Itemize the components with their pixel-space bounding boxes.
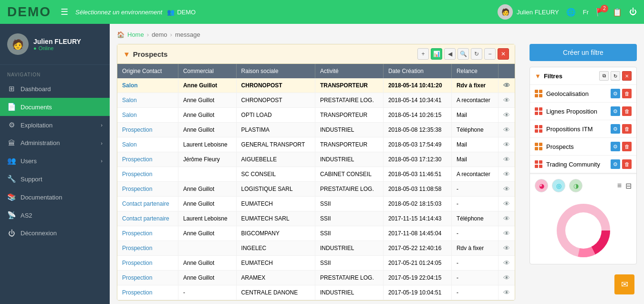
sidebar-item-administration[interactable]: 🏛 Administration › (0, 134, 110, 152)
table-cell-action[interactable]: 👁 (499, 211, 515, 226)
table-cell[interactable]: Prospection (117, 241, 178, 256)
eye-icon[interactable]: 👁 (503, 111, 510, 119)
power-icon[interactable]: ⏻ (629, 8, 637, 16)
eye-icon[interactable]: 👁 (503, 126, 510, 134)
chart-filter-icon[interactable]: ⊟ (625, 181, 632, 190)
prospect-link[interactable]: Prospection (122, 289, 152, 296)
table-cell[interactable]: Prospection (117, 226, 178, 241)
filter-gear-btn[interactable]: ⚙ (611, 106, 620, 116)
table-cell-action[interactable]: 👁 (499, 271, 515, 285)
table-cell[interactable]: Contact partenaire (117, 211, 178, 226)
prospect-link[interactable]: Salon (122, 82, 138, 89)
prospect-link[interactable]: Prospection (122, 260, 152, 266)
copy-filter-btn[interactable]: ⧉ (599, 71, 609, 81)
table-cell[interactable]: Salon (117, 78, 178, 93)
create-filter-button[interactable]: Créer un filtre (530, 44, 637, 61)
table-cell-action[interactable]: 👁 (499, 226, 515, 241)
prospect-link[interactable]: Salon (122, 141, 137, 148)
eye-icon[interactable]: 👁 (503, 259, 510, 267)
back-action-btn[interactable]: ◀ (444, 48, 456, 60)
table-cell[interactable]: Salon (117, 108, 178, 123)
eye-icon[interactable]: 👁 (503, 170, 510, 178)
table-cell-action[interactable]: 👁 (499, 78, 515, 93)
refresh-action-btn[interactable]: ↻ (471, 48, 482, 60)
table-cell-action[interactable]: 👁 (499, 256, 515, 271)
filter-delete-btn[interactable]: 🗑 (622, 106, 632, 116)
filter-item-lignes[interactable]: Lignes Proposition ⚙ 🗑 (530, 103, 636, 120)
chart-list-icon[interactable]: ≡ (617, 181, 622, 190)
sidebar-item-documentation[interactable]: 📚 Documentation (0, 188, 110, 206)
sidebar-item-as2[interactable]: 📡 AS2 (0, 206, 110, 224)
breadcrumb-home[interactable]: Home (127, 31, 144, 38)
prospect-link[interactable]: Salon (122, 97, 137, 104)
table-cell-action[interactable]: 👁 (499, 152, 515, 167)
sidebar-item-users[interactable]: 👥 Users › (0, 152, 110, 170)
filter-delete-btn[interactable]: 🗑 (622, 89, 632, 98)
globe-icon[interactable]: 🌐 (566, 8, 576, 17)
message-fab[interactable]: ✉ (614, 274, 634, 294)
close-filter-btn[interactable]: ✕ (622, 71, 632, 81)
table-cell[interactable]: Salon (117, 137, 178, 152)
flag-badge[interactable]: 🚩 2 (596, 8, 605, 17)
table-cell-action[interactable]: 👁 (499, 197, 515, 211)
eye-icon[interactable]: 👁 (503, 215, 510, 222)
chart-btn-pie[interactable]: ◕ (535, 179, 548, 192)
filter-item-prospects[interactable]: Prospects ⚙ 🗑 (530, 138, 636, 156)
filter-gear-btn[interactable]: ⚙ (611, 159, 620, 169)
filter-item-prop-itm[interactable]: Propositions ITM ⚙ 🗑 (530, 120, 636, 138)
table-cell-action[interactable]: 👁 (499, 182, 515, 197)
prospect-link[interactable]: Prospection (122, 230, 152, 237)
filter-item-geo[interactable]: Geolocalisation ⚙ 🗑 (530, 85, 636, 103)
filter-delete-btn[interactable]: 🗑 (622, 124, 632, 134)
eye-icon[interactable]: 👁 (503, 141, 510, 148)
table-cell[interactable]: Prospection (117, 167, 178, 182)
minus-action-btn[interactable]: − (484, 48, 496, 60)
table-cell[interactable]: Prospection (117, 152, 178, 167)
table-cell[interactable]: Salon (117, 93, 178, 108)
sidebar-item-exploitation[interactable]: ⚙ Exploitation › (0, 116, 110, 134)
prospect-link[interactable]: Salon (122, 112, 137, 118)
table-cell-action[interactable]: 👁 (499, 123, 515, 137)
table-cell[interactable]: Contact partenaire (117, 197, 178, 211)
prospect-link[interactable]: Prospection (122, 186, 152, 192)
filter-gear-btn[interactable]: ⚙ (611, 89, 620, 98)
export-action-btn[interactable]: 📊 (431, 48, 442, 60)
filter-delete-btn[interactable]: 🗑 (622, 142, 632, 151)
table-cell[interactable]: Prospection (117, 182, 178, 197)
add-action-btn[interactable]: + (417, 48, 429, 60)
eye-icon[interactable]: 👁 (503, 96, 510, 104)
eye-icon[interactable]: 👁 (503, 244, 510, 252)
eye-icon[interactable]: 👁 (503, 82, 510, 89)
prospect-link[interactable]: Prospection (122, 171, 152, 178)
filter-gear-btn[interactable]: ⚙ (611, 124, 620, 134)
prospect-link[interactable]: Prospection (122, 126, 152, 133)
refresh-filter-btn[interactable]: ↻ (611, 71, 620, 81)
prospect-link[interactable]: Prospection (122, 156, 152, 163)
eye-icon[interactable]: 👁 (503, 230, 510, 237)
table-cell-action[interactable]: 👁 (499, 167, 515, 182)
filter-item-trading[interactable]: Trading Community ⚙ 🗑 (530, 156, 636, 173)
table-cell-action[interactable]: 👁 (499, 137, 515, 152)
eye-icon[interactable]: 👁 (503, 289, 510, 296)
prospect-link[interactable]: Prospection (122, 274, 152, 281)
eye-icon[interactable]: 👁 (503, 185, 510, 193)
sidebar-item-support[interactable]: 🔧 Support (0, 170, 110, 188)
eye-icon[interactable]: 👁 (503, 156, 510, 163)
messages-icon[interactable]: 📋 (613, 8, 622, 17)
chart-btn-bar[interactable]: ◑ (569, 179, 582, 192)
table-cell-action[interactable]: 👁 (499, 93, 515, 108)
chart-btn-donut[interactable]: ◎ (552, 179, 565, 192)
prospect-link[interactable]: Prospection (122, 245, 152, 252)
hamburger-icon[interactable]: ☰ (61, 7, 68, 17)
table-cell[interactable]: Prospection (117, 285, 178, 300)
prospect-link[interactable]: Contact partenaire (122, 215, 169, 222)
prospect-link[interactable]: Contact partenaire (122, 200, 169, 207)
filter-delete-btn[interactable]: 🗑 (622, 159, 632, 169)
eye-icon[interactable]: 👁 (503, 200, 510, 208)
table-cell[interactable]: Prospection (117, 123, 178, 137)
table-cell-action[interactable]: 👁 (499, 241, 515, 256)
sidebar-item-documents[interactable]: 📄 Documents (0, 98, 110, 116)
table-cell[interactable]: Prospection (117, 271, 178, 285)
env-select[interactable]: Sélectionnez un environnement (75, 9, 162, 16)
sidebar-item-deconnexion[interactable]: ⏻ Déconnexion (0, 224, 110, 242)
